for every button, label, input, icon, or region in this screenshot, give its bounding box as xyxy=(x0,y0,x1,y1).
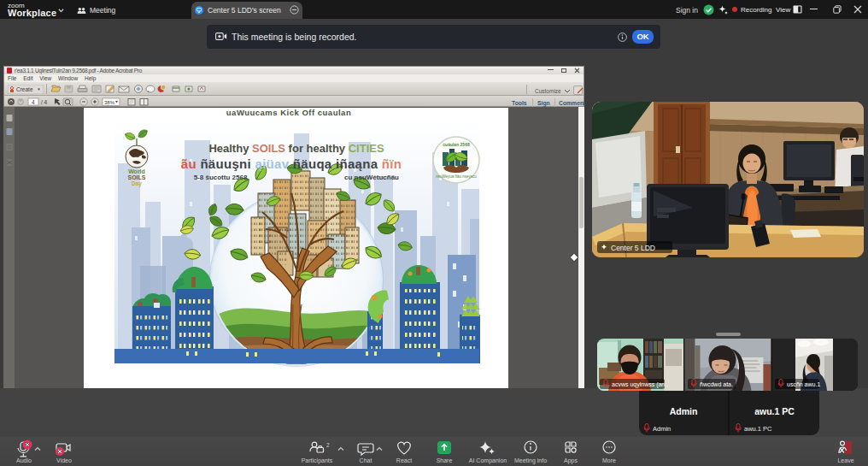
svg-text:nsuWeyua ñäu nseyscu: nsuWeyua ñäu nseyscu xyxy=(436,174,477,179)
svg-text:World: World xyxy=(128,168,145,174)
svg-text:SOILS: SOILS xyxy=(127,174,145,180)
svg-text:/ 4: / 4 xyxy=(41,99,48,105)
svg-text:5-8 šucottu 2568: 5-8 šucottu 2568 xyxy=(194,174,248,181)
svg-text:uaWuucams Kick Off cuaulan: uaWuucams Kick Off cuaulan xyxy=(226,108,351,117)
svg-text:AI Companion: AI Companion xyxy=(469,457,507,464)
svg-text:Video: Video xyxy=(56,457,72,463)
svg-text:Leave: Leave xyxy=(837,457,853,463)
svg-text:uscñn awu.1: uscñn awu.1 xyxy=(787,381,820,387)
svg-text:Participants: Participants xyxy=(302,457,333,464)
svg-text:Audio: Audio xyxy=(16,457,32,463)
svg-text:Share: Share xyxy=(437,457,453,463)
svg-text:Apps: Apps xyxy=(564,457,578,464)
svg-text:Day: Day xyxy=(132,180,142,187)
svg-text:cu nsuWétucñäu: cu nsuWétucñäu xyxy=(344,174,399,181)
svg-text:ñwcdwd ata.: ñwcdwd ata. xyxy=(700,381,733,387)
svg-text:Healthy SOILS for healthy CITI: Healthy SOILS for healthy CITIES xyxy=(208,142,384,155)
svg-text:Center 5 LDD: Center 5 LDD xyxy=(611,244,655,252)
svg-text:React: React xyxy=(396,457,412,463)
svg-text:ãu ñäuuşni ąiüav ñäuqa iñaąn: ãu ñäuuşni ąiüav ñäuqa iñaąna ñïn xyxy=(181,156,402,171)
svg-text:4: 4 xyxy=(32,99,35,105)
svg-text:Create: Create xyxy=(16,86,33,92)
svg-text:2: 2 xyxy=(326,442,330,448)
svg-text:38%: 38% xyxy=(104,100,115,105)
svg-text:Meeting info: Meeting info xyxy=(514,457,547,464)
svg-text:cuäulan 2568: cuäulan 2568 xyxy=(443,142,470,147)
svg-text:awu.1 PC: awu.1 PC xyxy=(744,425,772,433)
svg-text:More: More xyxy=(602,457,616,463)
svg-text:Chat: Chat xyxy=(360,457,372,463)
svg-text:acvws uqyinwss (an..: acvws uqyinwss (an.. xyxy=(612,381,668,388)
svg-text:Admin: Admin xyxy=(653,425,671,433)
